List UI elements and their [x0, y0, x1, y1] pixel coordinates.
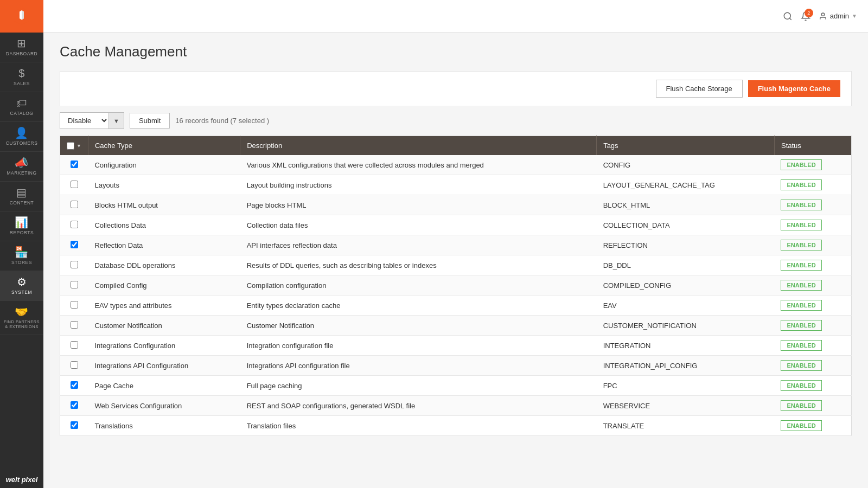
action-select-wrap: Disable Enable Refresh ▼	[60, 112, 124, 129]
sidebar-item-customers[interactable]: 👤 CUSTOMERS	[0, 122, 43, 152]
row-checkbox[interactable]	[71, 201, 78, 208]
status-badge: ENABLED	[781, 340, 821, 351]
action-select[interactable]: Disable Enable Refresh	[60, 112, 108, 129]
status-badge: ENABLED	[781, 400, 821, 411]
sidebar-item-reports[interactable]: 📊 REPORTS	[0, 211, 43, 241]
sidebar-item-reports-label: REPORTS	[10, 230, 34, 235]
row-status: ENABLED	[774, 255, 851, 275]
table-row: Integrations Configuration Integration c…	[60, 336, 852, 356]
table-row: Page Cache Full page caching FPC ENABLED	[60, 376, 852, 396]
row-checkbox[interactable]	[71, 361, 78, 369]
status-badge: ENABLED	[781, 159, 821, 170]
row-cache-type: Layouts	[88, 175, 240, 195]
svg-line-1	[789, 18, 791, 20]
flush-magento-cache-button[interactable]: Flush Magento Cache	[748, 80, 840, 97]
row-tags: EAV	[597, 296, 775, 316]
top-header: 2 admin ▼	[43, 0, 868, 33]
sidebar-item-marketing[interactable]: 📣 MARKETING	[0, 152, 43, 182]
row-checkbox[interactable]	[71, 421, 78, 429]
weltpixel-label: welt pixel	[6, 476, 38, 484]
row-checkbox[interactable]	[71, 261, 78, 268]
svg-point-2	[821, 13, 824, 16]
status-badge: ENABLED	[781, 380, 821, 391]
magento-logo[interactable]	[0, 0, 43, 33]
submit-button[interactable]: Submit	[130, 113, 170, 129]
select-all-chevron-icon[interactable]: ▼	[76, 143, 81, 149]
select-all-checkbox[interactable]	[67, 142, 74, 150]
row-checkbox-cell	[60, 155, 88, 175]
table-row: Collections Data Collection data files C…	[60, 215, 852, 235]
row-checkbox-cell	[60, 175, 88, 195]
row-status: ENABLED	[774, 416, 851, 436]
row-description: Full page caching	[240, 376, 597, 396]
row-cache-type: Blocks HTML output	[88, 195, 240, 215]
search-button[interactable]	[783, 11, 793, 21]
row-checkbox[interactable]	[71, 301, 78, 309]
row-cache-type: Translations	[88, 416, 240, 436]
row-cache-type: EAV types and attributes	[88, 296, 240, 316]
sidebar-item-content[interactable]: ▤ CONTENT	[0, 182, 43, 211]
customers-icon: 👤	[15, 127, 29, 138]
table-row: EAV types and attributes Entity types de…	[60, 296, 852, 316]
stores-icon: 🏪	[15, 247, 29, 258]
status-badge: ENABLED	[781, 280, 821, 291]
row-cache-type: Compiled Config	[88, 275, 240, 296]
row-checkbox[interactable]	[71, 381, 78, 389]
row-checkbox[interactable]	[71, 321, 78, 329]
row-status: ENABLED	[774, 175, 851, 195]
row-description: Various XML configurations that were col…	[240, 155, 597, 175]
action-dropdown-chevron-icon[interactable]: ▼	[108, 112, 124, 129]
row-tags: CONFIG	[597, 155, 775, 175]
th-tags: Tags	[597, 136, 775, 156]
th-description: Description	[240, 136, 597, 156]
table-row: Web Services Configuration REST and SOAP…	[60, 396, 852, 416]
sidebar-item-stores[interactable]: 🏪 STORES	[0, 241, 43, 271]
row-tags: DB_DDL	[597, 255, 775, 275]
row-checkbox-cell	[60, 356, 88, 376]
row-checkbox[interactable]	[71, 341, 78, 349]
sidebar-item-customers-label: CUSTOMERS	[6, 140, 38, 146]
header-icons: 2 admin ▼	[783, 11, 857, 21]
row-checkbox[interactable]	[71, 160, 78, 168]
row-status: ENABLED	[774, 155, 851, 175]
row-tags: COLLECTION_DATA	[597, 215, 775, 235]
sidebar-item-catalog[interactable]: 🏷 CATALOG	[0, 92, 43, 122]
flush-cache-storage-button[interactable]: Flush Cache Storage	[656, 80, 743, 98]
sidebar-item-find-partners[interactable]: 🤝 FIND PARTNERS & EXTENSIONS	[0, 301, 43, 335]
admin-chevron-icon: ▼	[852, 13, 857, 19]
row-checkbox[interactable]	[71, 401, 78, 409]
table-row: Configuration Various XML configurations…	[60, 155, 852, 175]
row-cache-type: Collections Data	[88, 215, 240, 235]
sidebar-item-find-partners-label: FIND PARTNERS & EXTENSIONS	[3, 319, 41, 329]
row-checkbox[interactable]	[71, 241, 78, 248]
admin-user-menu[interactable]: admin ▼	[819, 12, 857, 21]
row-description: REST and SOAP configurations, generated …	[240, 396, 597, 416]
notification-button[interactable]: 2	[801, 11, 810, 21]
sidebar-item-sales[interactable]: $ SALES	[0, 62, 43, 92]
status-badge: ENABLED	[781, 320, 821, 331]
row-checkbox[interactable]	[71, 281, 78, 288]
catalog-icon: 🏷	[16, 98, 28, 108]
row-checkbox[interactable]	[71, 221, 78, 228]
status-badge: ENABLED	[781, 179, 821, 190]
status-badge: ENABLED	[781, 240, 821, 251]
row-status: ENABLED	[774, 296, 851, 316]
row-checkbox-cell	[60, 336, 88, 356]
row-description: Layout building instructions	[240, 175, 597, 195]
sidebar-item-dashboard[interactable]: ⊞ DASHBOARD	[0, 33, 43, 62]
row-checkbox[interactable]	[71, 181, 78, 188]
weltpixel-logo[interactable]: welt pixel	[0, 471, 43, 488]
status-badge: ENABLED	[781, 220, 821, 230]
sidebar-item-sales-label: SALES	[14, 81, 30, 86]
row-status: ENABLED	[774, 396, 851, 416]
row-cache-type: Page Cache	[88, 376, 240, 396]
row-checkbox-cell	[60, 215, 88, 235]
row-status: ENABLED	[774, 215, 851, 235]
records-info: 16 records found (7 selected )	[175, 117, 269, 125]
status-badge: ENABLED	[781, 420, 821, 431]
row-status: ENABLED	[774, 336, 851, 356]
sidebar-item-system[interactable]: ⚙ SYSTEM	[0, 271, 43, 301]
th-status: Status	[774, 136, 851, 156]
row-tags: BLOCK_HTML	[597, 195, 775, 215]
table-row: Database DDL operations Results of DDL q…	[60, 255, 852, 275]
